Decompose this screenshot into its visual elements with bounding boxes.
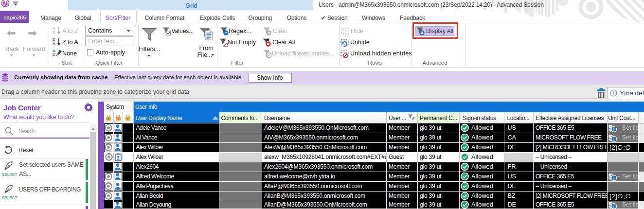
svg-text:*: * xyxy=(225,30,227,35)
